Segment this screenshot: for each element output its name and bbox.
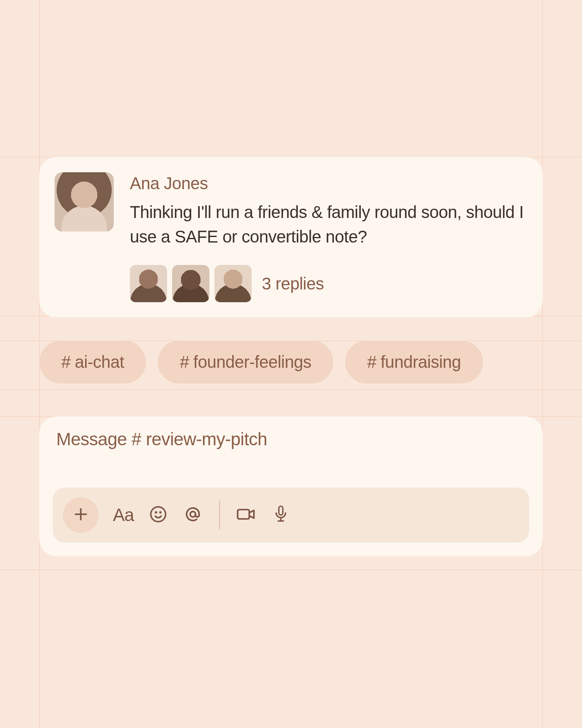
hash-icon: # [367, 353, 376, 371]
svg-point-5 [190, 512, 196, 517]
svg-rect-7 [279, 506, 283, 515]
mention-icon [184, 505, 202, 525]
compose-box: Message # review-my-pitch Aa [39, 416, 543, 556]
svg-point-2 [151, 507, 166, 522]
channel-chip-founder-feelings[interactable]: #founder-feelings [158, 341, 333, 383]
message-text: Thinking I'll run a friends & family rou… [130, 200, 526, 249]
reply-avatar[interactable] [172, 265, 209, 302]
mic-icon [273, 505, 289, 526]
svg-point-3 [156, 512, 156, 513]
emoji-button[interactable] [148, 505, 168, 525]
author-avatar[interactable] [55, 172, 114, 232]
video-button[interactable] [236, 505, 256, 525]
mic-button[interactable] [271, 505, 291, 525]
channel-label: fundraising [381, 353, 461, 371]
compose-toolbar: Aa [53, 488, 529, 543]
message-card[interactable]: Ana Jones Thinking I'll run a friends & … [39, 157, 543, 317]
hash-icon: # [61, 353, 71, 371]
format-button[interactable]: Aa [113, 505, 134, 525]
replies-row[interactable]: 3 replies [130, 265, 526, 302]
plus-icon [73, 506, 89, 524]
author-name[interactable]: Ana Jones [130, 174, 526, 193]
video-icon [236, 505, 256, 525]
svg-rect-6 [238, 510, 250, 519]
hash-icon: # [180, 353, 189, 371]
attach-button[interactable] [63, 497, 99, 533]
channel-chip-ai-chat[interactable]: #ai-chat [39, 341, 146, 383]
format-icon: Aa [113, 505, 134, 525]
toolbar-divider [219, 500, 220, 530]
svg-point-4 [160, 512, 161, 513]
replies-count: 3 replies [262, 274, 324, 293]
compose-input[interactable]: Message # review-my-pitch [53, 429, 529, 449]
channel-label: founder-feelings [193, 353, 311, 371]
emoji-icon [149, 505, 167, 525]
channel-chip-fundraising[interactable]: #fundraising [345, 341, 483, 383]
reply-avatar[interactable] [214, 265, 252, 302]
reply-avatar[interactable] [130, 265, 167, 302]
channel-chips: #ai-chat #founder-feelings #fundraising [39, 341, 543, 383]
mention-button[interactable] [183, 505, 203, 525]
channel-label: ai-chat [75, 353, 124, 371]
